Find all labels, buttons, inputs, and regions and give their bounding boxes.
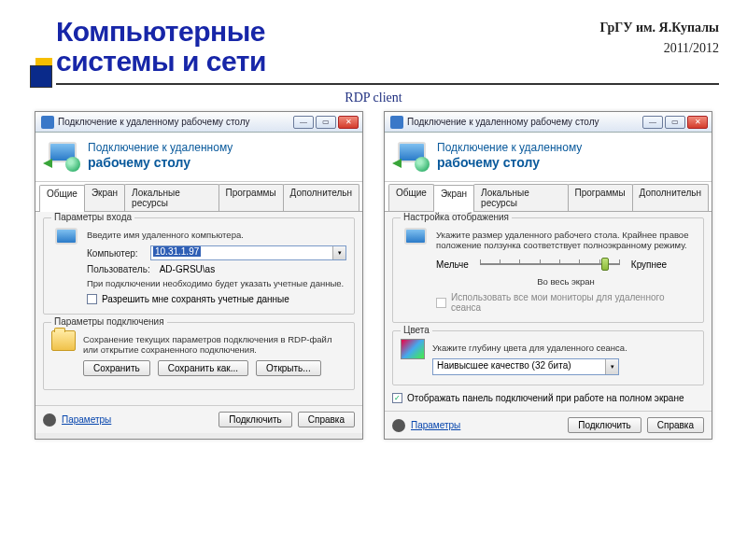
slide-title-line2: системы и сети bbox=[56, 47, 719, 77]
minimize-button[interactable]: — bbox=[642, 116, 663, 129]
connect-button[interactable]: Подключить bbox=[218, 412, 292, 427]
save-button[interactable]: Сохранить bbox=[83, 360, 150, 376]
connection-settings-text: Сохранение текущих параметров подключени… bbox=[83, 334, 346, 355]
colors-hint: Укажите глубину цвета для удаленного сеа… bbox=[432, 343, 696, 353]
colors-icon bbox=[401, 339, 425, 359]
titlebar[interactable]: Подключение к удаленному рабочему столу … bbox=[35, 112, 362, 133]
color-depth-value: Наивысшее качество (32 бита) bbox=[432, 358, 619, 375]
banner-line2: рабочему столу bbox=[88, 155, 233, 170]
options-toggle-icon[interactable] bbox=[392, 419, 405, 432]
display-icon bbox=[401, 226, 429, 252]
color-depth-combobox[interactable]: Наивысшее качество (32 бита) ▾ bbox=[432, 358, 619, 375]
tab-general[interactable]: Общие bbox=[388, 184, 434, 211]
checkbox-icon: ✓ bbox=[392, 393, 402, 403]
slider-label-smaller: Мельче bbox=[436, 259, 469, 270]
user-label: Пользователь: bbox=[87, 264, 150, 274]
tab-programs[interactable]: Программы bbox=[568, 184, 633, 211]
computer-value: 10.31.1.97 bbox=[153, 246, 201, 257]
login-hint: Введите имя удаленного компьютера. bbox=[87, 230, 346, 240]
titlebar[interactable]: Подключение к удаленному рабочему столу … bbox=[385, 112, 712, 133]
user-value: AD-GRSU\as bbox=[156, 264, 215, 274]
tab-general[interactable]: Общие bbox=[39, 185, 85, 212]
connection-group-title: Параметры подключения bbox=[51, 316, 167, 327]
tab-advanced[interactable]: Дополнительн bbox=[283, 184, 359, 211]
tab-programs[interactable]: Программы bbox=[218, 184, 284, 211]
slider-thumb-icon[interactable] bbox=[601, 258, 609, 271]
rdp-window-display: Подключение к удаленному рабочему столу … bbox=[384, 111, 712, 440]
university-logo bbox=[30, 58, 58, 90]
resolution-slider[interactable] bbox=[480, 256, 620, 273]
close-button[interactable]: ✕ bbox=[338, 116, 359, 129]
checkbox-icon bbox=[87, 294, 97, 304]
computer-label: Компьютер: bbox=[87, 248, 145, 259]
connection-bar-label: Отображать панель подключений при работе… bbox=[407, 393, 684, 403]
slide-caption: RDP client bbox=[0, 91, 747, 105]
colors-group-title: Цвета bbox=[401, 325, 432, 335]
academic-year: 2011/2012 bbox=[664, 41, 719, 56]
remember-credentials-label: Разрешить мне сохранять учетные данные bbox=[102, 294, 289, 304]
university-name: ГрГУ им. Я.Купалы bbox=[600, 21, 719, 35]
connection-bar-checkbox[interactable]: ✓ Отображать панель подключений при рабо… bbox=[392, 393, 704, 403]
display-group-title: Настройка отображения bbox=[401, 212, 512, 222]
options-link[interactable]: Параметры bbox=[62, 414, 111, 425]
rdp-banner-icon bbox=[394, 140, 430, 172]
tab-local-resources[interactable]: Локальные ресурсы bbox=[473, 184, 568, 211]
maximize-button[interactable]: ▭ bbox=[316, 116, 336, 129]
chevron-down-icon[interactable]: ▾ bbox=[332, 246, 345, 259]
all-monitors-checkbox: Использовать все мои мониторы для удален… bbox=[436, 292, 696, 313]
tab-display[interactable]: Экран bbox=[84, 184, 125, 211]
all-monitors-label: Использовать все мои мониторы для удален… bbox=[451, 292, 696, 313]
app-icon bbox=[41, 116, 54, 129]
save-as-button[interactable]: Сохранить как... bbox=[158, 360, 248, 376]
window-title: Подключение к удаленному рабочему столу bbox=[58, 117, 293, 127]
colors-group: Цвета Укажите глубину цвета для удаленно… bbox=[392, 330, 704, 385]
banner-line2: рабочему столу bbox=[437, 155, 582, 170]
computer-combobox[interactable]: 10.31.1.97 ▾ bbox=[150, 245, 346, 260]
help-button[interactable]: Справка bbox=[647, 417, 704, 433]
computer-icon bbox=[51, 226, 79, 252]
options-link[interactable]: Параметры bbox=[411, 420, 460, 430]
checkbox-icon bbox=[436, 298, 446, 308]
connection-settings-group: Параметры подключения Сохранение текущих… bbox=[43, 322, 355, 390]
slider-label-larger: Крупнее bbox=[631, 259, 667, 270]
tab-local-resources[interactable]: Локальные ресурсы bbox=[124, 184, 218, 211]
tab-display[interactable]: Экран bbox=[433, 185, 474, 212]
login-group-title: Параметры входа bbox=[51, 212, 134, 222]
fullscreen-label: Во весь экран bbox=[436, 276, 696, 287]
tabstrip: Общие Экран Локальные ресурсы Программы … bbox=[35, 182, 362, 212]
tabstrip: Общие Экран Локальные ресурсы Программы … bbox=[385, 182, 712, 212]
banner-line1: Подключение к удаленному bbox=[437, 142, 582, 155]
display-hint: Укажите размер удаленного рабочего стола… bbox=[436, 230, 696, 250]
options-toggle-icon[interactable] bbox=[43, 413, 56, 427]
connect-button[interactable]: Подключить bbox=[568, 417, 641, 433]
header-divider bbox=[56, 83, 719, 85]
open-button[interactable]: Открыть... bbox=[256, 360, 321, 376]
login-group: Параметры входа Введите имя удаленного к… bbox=[43, 217, 355, 315]
remember-credentials-checkbox[interactable]: Разрешить мне сохранять учетные данные bbox=[87, 294, 346, 304]
rdp-window-general: Подключение к удаленному рабочему столу … bbox=[35, 111, 363, 440]
rdp-banner-icon bbox=[45, 140, 80, 172]
banner-line1: Подключение к удаленному bbox=[88, 142, 233, 155]
window-title: Подключение к удаленному рабочему столу bbox=[407, 117, 642, 127]
minimize-button[interactable]: — bbox=[293, 116, 314, 129]
chevron-down-icon[interactable]: ▾ bbox=[605, 359, 618, 374]
tab-advanced[interactable]: Дополнительн bbox=[632, 184, 709, 211]
maximize-button[interactable]: ▭ bbox=[665, 116, 685, 129]
app-icon bbox=[390, 116, 403, 129]
folder-icon bbox=[51, 330, 76, 351]
close-button[interactable]: ✕ bbox=[687, 116, 708, 129]
credentials-note: При подключении необходимо будет указать… bbox=[87, 278, 346, 288]
display-settings-group: Настройка отображения Укажите размер уда… bbox=[392, 217, 704, 323]
help-button[interactable]: Справка bbox=[298, 412, 355, 427]
